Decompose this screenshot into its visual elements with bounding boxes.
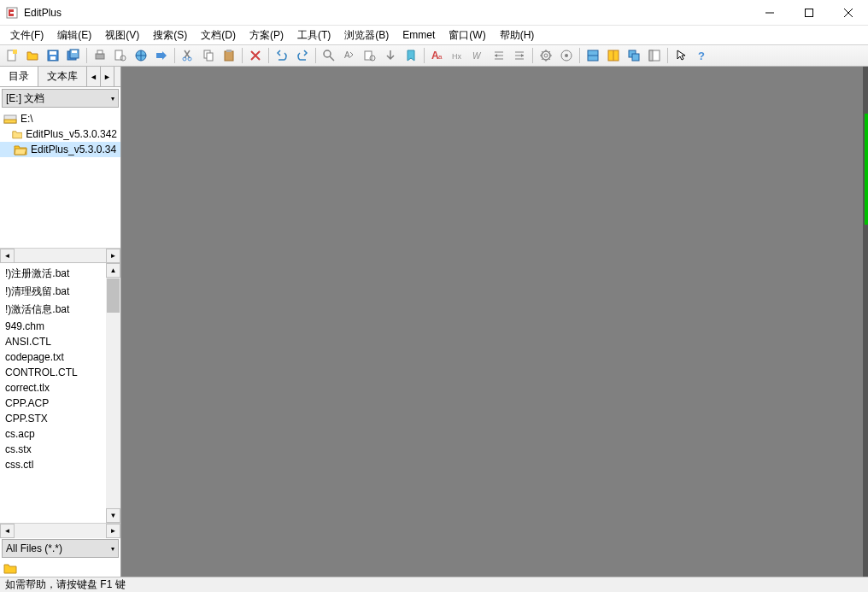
file-item[interactable]: CPP.ACP bbox=[3, 396, 103, 411]
menu-emmet[interactable]: Emmet bbox=[396, 27, 442, 43]
editor-area[interactable] bbox=[121, 67, 868, 577]
tile-h-icon[interactable] bbox=[584, 46, 602, 65]
cascade-icon[interactable] bbox=[625, 46, 643, 65]
indent-left-icon[interactable] bbox=[490, 46, 508, 65]
menu-help[interactable]: 帮助(H) bbox=[493, 26, 542, 44]
cursor-icon[interactable] bbox=[672, 46, 690, 65]
menu-browser[interactable]: 浏览器(B) bbox=[337, 26, 396, 44]
minimize-button[interactable] bbox=[750, 0, 789, 26]
svg-rect-51 bbox=[649, 50, 653, 61]
file-item[interactable]: ANSI.CTL bbox=[3, 334, 103, 349]
copy-icon[interactable] bbox=[199, 46, 218, 65]
drive-icon bbox=[3, 113, 17, 125]
file-item[interactable]: CONTROL.CTL bbox=[3, 365, 103, 380]
hex-icon[interactable]: Hx bbox=[449, 46, 467, 65]
menu-document[interactable]: 文档(D) bbox=[194, 26, 243, 44]
save-all-icon[interactable] bbox=[64, 46, 83, 65]
file-item[interactable]: codepage.txt bbox=[3, 349, 103, 365]
tab-directory[interactable]: 目录 bbox=[0, 67, 38, 86]
file-hscroll[interactable]: ◄ ► bbox=[0, 523, 120, 537]
editor-minimap[interactable] bbox=[863, 67, 868, 577]
menu-file[interactable]: 文件(F) bbox=[3, 26, 50, 44]
bookmark-icon[interactable] bbox=[402, 46, 420, 65]
tab-nav-left[interactable]: ◄ bbox=[87, 67, 101, 86]
tree-item[interactable]: EditPlus_v5.3.0.34 bbox=[0, 142, 120, 157]
scroll-track[interactable] bbox=[15, 524, 106, 538]
file-item[interactable]: css.ctl bbox=[3, 457, 103, 472]
svg-rect-0 bbox=[7, 8, 17, 18]
font-icon[interactable]: Aa bbox=[428, 46, 447, 65]
scroll-track[interactable] bbox=[106, 314, 120, 508]
close-button[interactable] bbox=[829, 0, 868, 26]
maximize-button[interactable] bbox=[789, 0, 829, 26]
cut-icon[interactable] bbox=[179, 46, 197, 65]
file-item[interactable]: 949.chm bbox=[3, 319, 103, 334]
file-filter[interactable]: All Files (*.*) ▾ bbox=[2, 539, 119, 558]
folder-icon[interactable] bbox=[3, 562, 17, 574]
tile-v-icon[interactable] bbox=[604, 46, 623, 65]
print-icon[interactable] bbox=[91, 46, 109, 65]
undo-icon[interactable] bbox=[273, 46, 291, 65]
filter-label: All Files (*.*) bbox=[6, 542, 62, 554]
svg-rect-49 bbox=[632, 54, 639, 61]
svg-point-41 bbox=[544, 54, 548, 57]
file-item[interactable]: !)注册激活.bat bbox=[3, 265, 103, 283]
paste-icon[interactable] bbox=[220, 46, 238, 65]
svg-text:a: a bbox=[438, 53, 443, 61]
new-file-icon[interactable] bbox=[3, 46, 21, 65]
scroll-right-icon[interactable]: ► bbox=[106, 524, 120, 538]
menu-search[interactable]: 搜索(S) bbox=[146, 26, 194, 44]
scroll-down-icon[interactable]: ▼ bbox=[106, 508, 120, 523]
folder-tree-body[interactable]: E:\ EditPlus_v5.3.0.342 EditPlus_v5.3.0.… bbox=[0, 109, 120, 248]
scroll-right-icon[interactable]: ► bbox=[106, 249, 120, 263]
find-in-files-icon[interactable] bbox=[361, 46, 379, 65]
browser-icon[interactable] bbox=[132, 46, 150, 65]
scroll-up-icon[interactable]: ▲ bbox=[106, 263, 120, 278]
indent-right-icon[interactable] bbox=[510, 46, 529, 65]
file-item[interactable]: CPP.STX bbox=[3, 411, 103, 426]
menu-edit[interactable]: 编辑(E) bbox=[50, 26, 98, 44]
menu-window[interactable]: 窗口(W) bbox=[442, 26, 492, 44]
file-item[interactable]: cs.stx bbox=[3, 442, 103, 457]
print-preview-icon[interactable] bbox=[111, 46, 130, 65]
find-icon[interactable] bbox=[320, 46, 338, 65]
tree-hscroll[interactable]: ◄ ► bbox=[0, 248, 120, 262]
help-icon[interactable]: ? bbox=[692, 46, 711, 65]
scroll-left-icon[interactable]: ◄ bbox=[0, 524, 15, 538]
file-item[interactable]: correct.tlx bbox=[3, 380, 103, 396]
file-vscroll[interactable]: ▲ ▼ bbox=[106, 263, 120, 523]
scroll-left-icon[interactable]: ◄ bbox=[0, 249, 15, 263]
svg-line-26 bbox=[330, 56, 334, 61]
tree-item[interactable]: EditPlus_v5.3.0.342 bbox=[0, 126, 120, 142]
dir-panel-icon[interactable] bbox=[645, 46, 664, 65]
tree-label: EditPlus_v5.3.0.342 bbox=[26, 128, 117, 140]
main-area: 目录 文本库 ◄ ► [E:] 文档 ▾ E:\ EditPlus_v5.3.0… bbox=[0, 67, 868, 577]
preferences-icon[interactable] bbox=[557, 46, 576, 65]
tab-nav-right[interactable]: ► bbox=[101, 67, 114, 86]
folder-icon bbox=[12, 128, 23, 140]
replace-icon[interactable]: A bbox=[340, 46, 359, 65]
tree-item[interactable]: E:\ bbox=[0, 111, 120, 126]
file-item[interactable]: !)清理残留.bat bbox=[3, 283, 103, 301]
svg-rect-6 bbox=[13, 50, 17, 54]
folder-tree: E:\ EditPlus_v5.3.0.342 EditPlus_v5.3.0.… bbox=[0, 109, 120, 263]
go-icon[interactable] bbox=[152, 46, 171, 65]
file-list-body[interactable]: !)注册激活.bat !)清理残留.bat !)激活信息.bat 949.chm… bbox=[0, 263, 106, 523]
goto-icon[interactable] bbox=[381, 46, 400, 65]
wordwrap-icon[interactable]: W bbox=[469, 46, 488, 65]
save-icon[interactable] bbox=[44, 46, 62, 65]
menu-view[interactable]: 视图(V) bbox=[98, 26, 146, 44]
svg-rect-13 bbox=[96, 54, 104, 59]
tab-cliptext[interactable]: 文本库 bbox=[38, 67, 87, 86]
delete-icon[interactable] bbox=[246, 46, 265, 65]
scroll-track[interactable] bbox=[15, 249, 106, 263]
menu-project[interactable]: 方案(P) bbox=[243, 26, 290, 44]
drive-selector[interactable]: [E:] 文档 ▾ bbox=[2, 89, 119, 108]
file-item[interactable]: cs.acp bbox=[3, 426, 103, 442]
menu-tools[interactable]: 工具(T) bbox=[290, 26, 337, 44]
settings-icon[interactable] bbox=[537, 46, 555, 65]
file-item[interactable]: !)激活信息.bat bbox=[3, 301, 103, 319]
scroll-thumb[interactable] bbox=[107, 278, 120, 313]
redo-icon[interactable] bbox=[293, 46, 312, 65]
open-file-icon[interactable] bbox=[23, 46, 42, 65]
